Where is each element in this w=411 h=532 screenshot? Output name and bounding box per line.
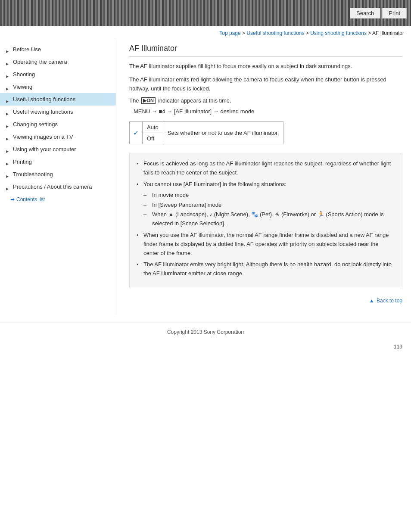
indicator-text-after: indicator appears at this time. — [158, 97, 231, 104]
arrow-icon — [6, 60, 10, 64]
main-layout: Before Use Operating the camera Shooting… — [0, 39, 411, 323]
header-bar: Search Print — [0, 0, 411, 26]
note-text-1: Focus is achieved as long as the AF illu… — [143, 160, 391, 176]
indicator-line: The ▶ON indicator appears at this time. — [129, 97, 402, 104]
breadcrumb-top[interactable]: Top page — [219, 30, 240, 36]
sidebar-label: Troubleshooting — [13, 171, 53, 177]
sidebar-item-viewing-tv[interactable]: Viewing images on a TV — [0, 131, 116, 143]
sidebar-label: Using with your computer — [13, 146, 76, 152]
breadcrumb: Top page > Useful shooting functions > U… — [0, 26, 411, 39]
option-auto: Auto — [143, 122, 163, 133]
sidebar-label: Before Use — [13, 46, 41, 53]
sidebar-item-troubleshooting[interactable]: Troubleshooting — [0, 168, 116, 180]
sidebar: Before Use Operating the camera Shooting… — [0, 39, 116, 314]
contents-list-link[interactable]: ➡ Contents list — [0, 193, 116, 206]
page-title: AF Illuminator — [129, 44, 402, 53]
search-button[interactable]: Search — [350, 8, 380, 19]
breadcrumb-using-shooting[interactable]: Using shooting functions — [310, 30, 367, 36]
intro-text-1: The AF illuminator supplies fill light t… — [129, 62, 402, 71]
sidebar-item-before-use[interactable]: Before Use — [0, 43, 116, 56]
footer: Copyright 2013 Sony Corporation — [0, 323, 411, 339]
note-sub-2-2: In [Sweep Panorama] mode — [143, 201, 395, 210]
sidebar-item-viewing[interactable]: Viewing — [0, 81, 116, 93]
note-item-1: Focus is achieved as long as the AF illu… — [137, 159, 395, 177]
arrow-icon — [6, 97, 10, 102]
sidebar-item-using-computer[interactable]: Using with your computer — [0, 143, 116, 156]
sidebar-item-shooting[interactable]: Shooting — [0, 68, 116, 81]
back-to-top: ▲ Back to top — [129, 294, 402, 305]
contents-arrow-icon: ➡ — [10, 196, 15, 202]
sidebar-label: Viewing images on a TV — [13, 134, 73, 140]
note-text-3: When you use the AF illuminator, the nor… — [143, 232, 389, 256]
back-to-top-label: Back to top — [377, 298, 402, 304]
sidebar-item-operating-camera[interactable]: Operating the camera — [0, 56, 116, 68]
arrow-icon — [6, 147, 10, 152]
arrow-icon — [6, 110, 10, 114]
breadcrumb-current: AF Illuminator — [372, 30, 404, 36]
notes-box: Focus is achieved as long as the AF illu… — [129, 153, 402, 287]
note-sublist-2: In movie mode In [Sweep Panorama] mode W… — [143, 191, 395, 228]
print-button[interactable]: Print — [382, 8, 407, 19]
menu-path: MENU → ■4 → [AF Illuminator] → desired m… — [129, 108, 402, 115]
sidebar-item-changing-settings[interactable]: Changing settings — [0, 118, 116, 131]
contents-list-label: Contents list — [16, 196, 45, 202]
sidebar-label: Operating the camera — [13, 59, 67, 65]
sidebar-label: Shooting — [13, 71, 35, 78]
arrow-icon — [6, 185, 10, 189]
options-table: ✓ Auto Off Sets whether or not to use th… — [129, 121, 283, 144]
arrow-icon — [6, 135, 10, 139]
sidebar-item-precautions[interactable]: Precautions / About this camera — [0, 180, 116, 193]
sidebar-item-useful-viewing[interactable]: Useful viewing functions — [0, 106, 116, 118]
note-item-2: You cannot use [AF Illuminator] in the f… — [137, 180, 395, 228]
note-sub-2-3: When ▲ (Landscape), ♪ (Night Scene), 🐾 (… — [143, 210, 395, 228]
note-item-3: When you use the AF illuminator, the nor… — [137, 231, 395, 258]
content-divider — [129, 56, 402, 57]
option-off: Off — [143, 133, 163, 144]
indicator-text-before: The — [129, 97, 139, 104]
back-to-top-link[interactable]: ▲ Back to top — [369, 298, 402, 304]
arrow-icon — [6, 72, 10, 77]
indicator-icon: ▶ON — [141, 97, 156, 104]
note-text-2: You cannot use [AF Illuminator] in the f… — [143, 181, 286, 187]
sidebar-item-printing[interactable]: Printing — [0, 156, 116, 168]
breadcrumb-useful-shooting[interactable]: Useful shooting functions — [246, 30, 304, 36]
arrow-icon — [6, 172, 10, 177]
note-sub-2-1: In movie mode — [143, 191, 395, 200]
sidebar-label: Useful viewing functions — [13, 109, 73, 115]
checkmark-cell: ✓ — [130, 122, 143, 144]
page-number: 119 — [0, 339, 411, 352]
sidebar-label: Useful shooting functions — [13, 96, 75, 103]
note-text-4: The AF illuminator emits very bright lig… — [143, 261, 392, 277]
header-buttons: Search Print — [350, 8, 407, 19]
copyright-text: Copyright 2013 Sony Corporation — [167, 329, 244, 335]
sidebar-label: Viewing — [13, 84, 32, 90]
sidebar-label: Printing — [13, 159, 32, 165]
note-item-4: The AF illuminator emits very bright lig… — [137, 260, 395, 278]
arrow-icon — [6, 122, 10, 127]
notes-list: Focus is achieved as long as the AF illu… — [137, 159, 395, 278]
sidebar-item-useful-shooting[interactable]: Useful shooting functions — [0, 93, 116, 106]
intro-text-2: The AF illuminator emits red light allow… — [129, 75, 402, 93]
arrow-icon — [6, 160, 10, 164]
option-names-cell: Auto Off — [143, 122, 163, 144]
arrow-icon — [6, 47, 10, 52]
option-desc: Sets whether or not to use the AF illumi… — [163, 122, 283, 144]
content-area: AF Illuminator The AF illuminator suppli… — [116, 39, 411, 314]
sidebar-label: Precautions / About this camera — [13, 184, 92, 190]
sidebar-label: Changing settings — [13, 121, 58, 128]
back-to-top-arrow-icon: ▲ — [369, 298, 374, 304]
arrow-icon — [6, 85, 10, 89]
